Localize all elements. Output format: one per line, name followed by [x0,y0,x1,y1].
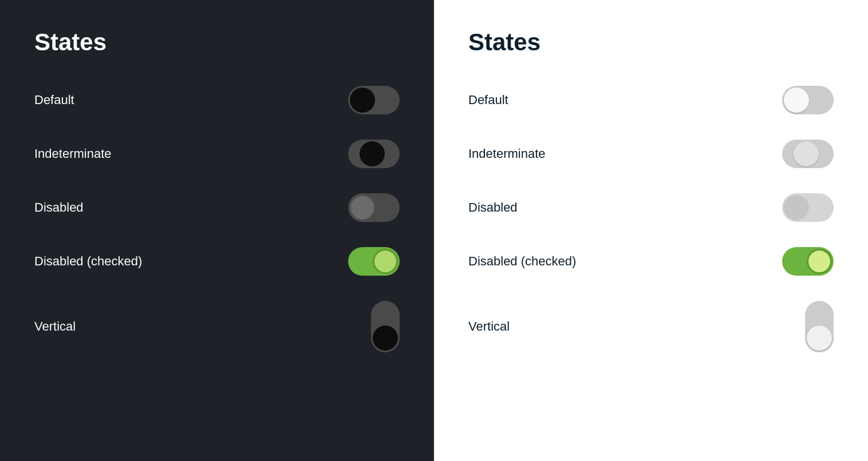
light-indeterminate-toggle[interactable] [782,140,834,168]
light-default-toggle[interactable] [782,86,834,114]
dark-disabled-row: Disabled [34,181,400,235]
dark-disabled-checked-track [348,247,400,276]
light-vertical-track [805,301,834,352]
dark-disabled-toggle [348,193,400,222]
dark-panel-title: States [34,29,400,56]
light-default-row: Default [468,73,834,127]
light-vertical-row: Vertical [468,288,834,365]
light-indeterminate-row: Indeterminate [468,127,834,181]
dark-vertical-track [371,301,400,352]
dark-disabled-checked-thumb [373,249,398,274]
dark-panel: States Default Indeterminate Disabled Di… [0,0,434,461]
light-vertical-label: Vertical [468,319,510,334]
dark-indeterminate-thumb [360,141,385,166]
light-vertical-thumb [807,325,832,351]
light-disabled-checked-label: Disabled (checked) [468,254,576,269]
light-panel-title: States [468,29,834,56]
dark-disabled-thumb [350,195,375,220]
light-indeterminate-thumb [794,141,819,166]
dark-default-toggle[interactable] [348,86,400,114]
light-default-track [782,86,834,114]
light-panel: States Default Indeterminate Disabled Di… [434,0,868,461]
light-disabled-checked-row: Disabled (checked) [468,235,834,288]
light-disabled-checked-thumb [807,249,832,274]
dark-indeterminate-track [348,140,400,168]
dark-disabled-checked-row: Disabled (checked) [34,235,400,288]
dark-default-track [348,86,400,114]
dark-vertical-row: Vertical [34,288,400,365]
light-disabled-checked-track [782,247,834,276]
light-indeterminate-label: Indeterminate [468,146,546,161]
dark-disabled-track [348,193,400,222]
dark-default-label: Default [34,93,74,108]
dark-default-row: Default [34,73,400,127]
dark-vertical-label: Vertical [34,319,76,334]
dark-vertical-toggle[interactable] [371,301,400,352]
light-default-label: Default [468,93,508,108]
dark-disabled-checked-toggle [348,247,400,276]
dark-indeterminate-toggle[interactable] [348,140,400,168]
dark-vertical-thumb [373,325,398,351]
light-indeterminate-track [782,140,834,168]
dark-disabled-checked-label: Disabled (checked) [34,254,142,269]
light-disabled-checked-toggle [782,247,834,276]
light-disabled-track [782,193,834,222]
dark-default-thumb [350,88,375,113]
light-disabled-thumb [784,195,809,220]
dark-indeterminate-row: Indeterminate [34,127,400,181]
light-disabled-row: Disabled [468,181,834,235]
light-default-thumb [784,88,809,113]
light-disabled-toggle [782,193,834,222]
dark-disabled-label: Disabled [34,200,84,215]
light-vertical-toggle[interactable] [805,301,834,352]
light-disabled-label: Disabled [468,200,518,215]
dark-indeterminate-label: Indeterminate [34,146,112,161]
